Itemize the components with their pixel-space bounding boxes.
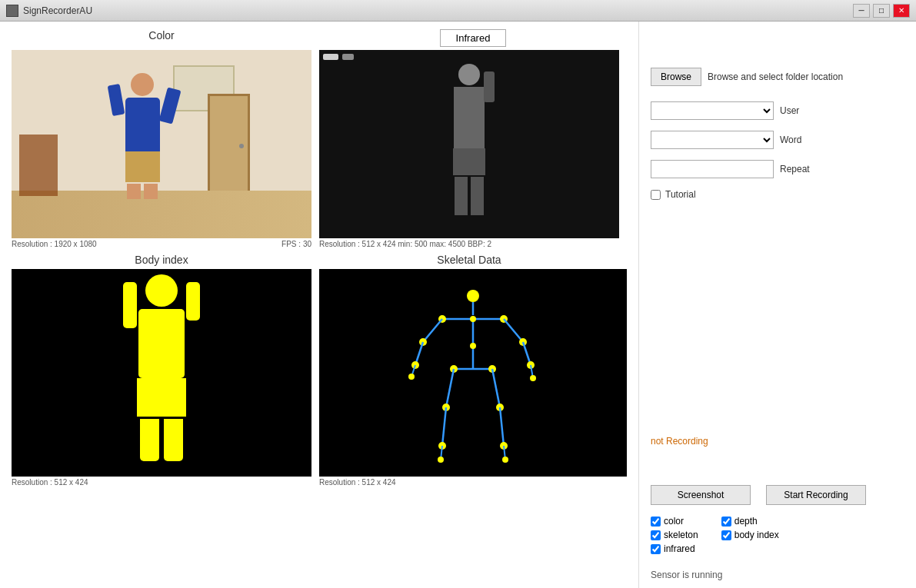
skeletal-title: Skeletal Data	[311, 254, 627, 266]
ir-arm-right	[484, 71, 495, 102]
ir-bright-1	[323, 54, 338, 60]
color-checkbox-label: color	[664, 516, 684, 527]
person-legs	[119, 184, 165, 199]
body-index-checkbox-row: body index	[721, 530, 779, 540]
svg-point-9	[470, 343, 476, 349]
svg-line-29	[492, 369, 500, 407]
checkboxes-row: color skeleton infrared depth	[651, 516, 904, 554]
svg-point-22	[530, 375, 536, 381]
right-checkboxes: depth body index	[721, 516, 779, 554]
word-select[interactable]	[651, 131, 774, 149]
door	[208, 94, 250, 194]
svg-point-28	[438, 457, 444, 463]
svg-line-11	[423, 319, 442, 342]
title-bar-left: SignRecorderAU	[6, 5, 92, 17]
color-resolution: Resolution : 1920 x 1080	[12, 240, 97, 248]
maximize-button[interactable]: □	[873, 4, 890, 18]
ir-leg-left	[455, 177, 468, 215]
color-title-spacer: Color	[12, 29, 311, 50]
depth-checkbox[interactable]	[721, 517, 731, 527]
repeat-input[interactable]	[651, 160, 774, 178]
repeat-label: Repeat	[780, 164, 810, 174]
sil-legs	[137, 419, 186, 461]
color-resolution-row: Resolution : 1920 x 1080 FPS : 30	[12, 238, 311, 248]
sil-arm-left	[123, 282, 137, 328]
left-checkboxes: color skeleton infrared	[651, 516, 698, 554]
action-row: Screenshot Start Recording	[651, 485, 904, 505]
left-panel: Color Infrared	[0, 22, 638, 588]
infrared-checkbox-row: infrared	[651, 543, 698, 554]
svg-point-34	[502, 457, 508, 463]
person-leg-right	[144, 184, 158, 199]
sil-body	[138, 309, 185, 378]
infrared-button[interactable]: Infrared	[440, 29, 507, 47]
svg-point-0	[467, 290, 479, 302]
color-checkbox[interactable]	[651, 517, 661, 527]
start-recording-button[interactable]: Start Recording	[766, 485, 866, 505]
ir-leg-right	[471, 177, 484, 215]
depth-checkbox-row: depth	[721, 516, 779, 527]
spacer	[651, 215, 904, 436]
skeletal-resolution: Resolution : 512 x 424	[319, 478, 396, 487]
sil-head	[145, 274, 178, 307]
color-fps: FPS : 30	[281, 240, 311, 248]
infrared-resolution: Resolution : 512 x 424 min: 500 max: 450…	[319, 240, 491, 248]
svg-point-16	[408, 374, 415, 380]
person-head	[131, 73, 154, 96]
infrared-checkbox[interactable]	[651, 544, 661, 554]
tutorial-checkbox[interactable]	[651, 190, 661, 200]
infrared-resolution-row: Resolution : 512 x 424 min: 500 max: 450…	[319, 238, 619, 249]
infrared-canvas	[319, 50, 619, 238]
main-content: Color Infrared	[0, 22, 916, 588]
ir-bright-2	[342, 54, 354, 60]
ir-shorts	[453, 148, 485, 175]
ir-legs	[453, 177, 485, 215]
minimize-button[interactable]: ─	[853, 4, 870, 18]
right-panel: Browse Browse and select folder location…	[638, 22, 916, 588]
color-canvas	[12, 50, 311, 238]
top-title-row: Color Infrared	[12, 29, 627, 50]
sil-shorts	[137, 378, 186, 417]
title-bar: SignRecorderAU ─ □ ✕	[0, 0, 916, 22]
person-leg-left	[127, 184, 141, 199]
skeleton-checkbox-label: skeleton	[664, 530, 698, 540]
not-recording-status: not Recording	[651, 436, 904, 447]
skeletal-canvas	[319, 269, 627, 477]
browse-label: Browse and select folder location	[708, 71, 843, 82]
svg-line-25	[442, 407, 446, 446]
color-checkbox-row: color	[651, 516, 698, 527]
browse-row: Browse Browse and select folder location	[651, 68, 904, 86]
browse-button[interactable]: Browse	[651, 68, 701, 86]
body-index-section: Resolution : 512 x 424	[12, 269, 311, 580]
user-select[interactable]	[651, 101, 774, 120]
repeat-row: Repeat	[651, 160, 904, 178]
skeleton-checkbox-row: skeleton	[651, 530, 698, 540]
close-button[interactable]: ✕	[893, 4, 910, 18]
silhouette	[137, 274, 186, 461]
color-video-section: Resolution : 1920 x 1080 FPS : 30	[12, 50, 311, 249]
ir-body	[454, 87, 485, 148]
sil-leg-right	[164, 419, 183, 461]
body-index-checkbox[interactable]	[721, 530, 731, 540]
section-titles-row: Body index Skeletal Data	[12, 254, 627, 266]
person-color	[119, 73, 165, 196]
ir-scene	[319, 50, 619, 238]
door-handle	[239, 144, 244, 148]
user-label: User	[780, 105, 799, 116]
skeletal-svg	[319, 269, 627, 477]
user-row: User	[651, 101, 904, 120]
sil-arm-right	[186, 282, 200, 321]
color-bg	[12, 50, 311, 238]
word-label: Word	[780, 135, 801, 145]
tutorial-label: Tutorial	[665, 189, 696, 200]
person-body	[125, 98, 160, 151]
app-title: SignRecorderAU	[23, 5, 92, 16]
depth-checkbox-label: depth	[734, 516, 758, 527]
svg-line-31	[500, 407, 504, 446]
person-shorts	[125, 151, 160, 182]
body-index-checkbox-label: body index	[734, 530, 779, 540]
tutorial-row: Tutorial	[651, 189, 904, 200]
app-icon	[6, 5, 18, 17]
skeleton-checkbox[interactable]	[651, 530, 661, 540]
screenshot-button[interactable]: Screenshot	[651, 485, 751, 505]
